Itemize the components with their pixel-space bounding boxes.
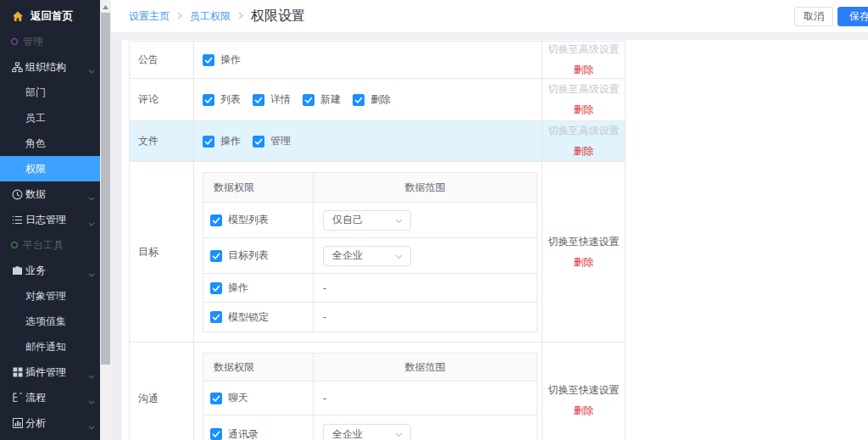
checkbox-checked-icon[interactable] bbox=[303, 94, 314, 106]
sidebar-item-label: 数据 bbox=[25, 187, 46, 202]
checkbox-label: 管理 bbox=[270, 134, 291, 148]
sidebar-item-employee[interactable]: 员工 bbox=[0, 105, 100, 131]
delete-link[interactable]: 删除 bbox=[574, 144, 594, 159]
permission-checkbox-item[interactable]: 列表 bbox=[203, 92, 241, 107]
table-row-communication: 沟通 数据权限 数据范围 聊天 bbox=[130, 343, 625, 440]
sidebar-item-platform-tools[interactable]: 平台工具 bbox=[0, 232, 100, 258]
permission-checkbox-item[interactable]: 详情 bbox=[253, 92, 291, 107]
checkbox-label: 详情 bbox=[270, 92, 291, 107]
select-value: 全企业 bbox=[332, 427, 363, 440]
switch-quick-link[interactable]: 切换至快速设置 bbox=[548, 235, 620, 249]
chevron-down-icon bbox=[395, 428, 403, 440]
permission-checkbox-item[interactable]: 删除 bbox=[353, 92, 391, 107]
breadcrumb-separator-icon bbox=[177, 10, 182, 22]
scope-select[interactable]: 全企业 bbox=[323, 246, 411, 266]
checkbox-checked-icon[interactable] bbox=[253, 136, 264, 148]
checkbox-label: 操作 bbox=[220, 53, 241, 67]
permission-checkbox-item[interactable]: 操作 bbox=[210, 281, 248, 295]
delete-link[interactable]: 删除 bbox=[574, 103, 594, 117]
permission-checkbox-item[interactable]: 通讯录 bbox=[210, 427, 259, 440]
scope-select[interactable]: 全企业 bbox=[323, 424, 411, 440]
permission-checkbox-item[interactable]: 管理 bbox=[253, 134, 291, 148]
scope-select[interactable]: 仅自己 bbox=[323, 210, 411, 231]
cancel-button[interactable]: 取消 bbox=[794, 7, 833, 26]
sidebar-item-email-notification[interactable]: 邮件通知 bbox=[0, 334, 100, 359]
briefcase-icon bbox=[11, 265, 24, 277]
table-row-file: 文件 操作 管理 切换至高级设置 删除 bbox=[130, 121, 625, 162]
delete-link[interactable]: 删除 bbox=[574, 255, 594, 270]
sidebar-item-process[interactable]: 流程 bbox=[0, 385, 100, 410]
sidebar-item-back-home[interactable]: 返回首页 bbox=[0, 3, 100, 29]
bar-chart-icon bbox=[11, 417, 24, 430]
sidebar-item-label: 选项值集 bbox=[25, 315, 66, 329]
sidebar-item-business[interactable]: 业务 bbox=[0, 258, 100, 283]
sidebar-item-manage[interactable]: 管理 bbox=[0, 29, 100, 54]
sidebar-item-label: 日志管理 bbox=[25, 213, 66, 227]
chevron-down-icon bbox=[88, 64, 95, 76]
breadcrumb: 设置主页 员工权限 权限设置 bbox=[129, 8, 305, 25]
checkbox-checked-icon[interactable] bbox=[210, 282, 222, 294]
permission-checkbox-item[interactable]: 新建 bbox=[303, 92, 341, 107]
chevron-down-icon bbox=[88, 268, 95, 280]
delete-link[interactable]: 删除 bbox=[574, 63, 594, 77]
permission-checkbox-item[interactable]: 操作 bbox=[203, 134, 241, 148]
scope-empty-value: - bbox=[314, 274, 537, 302]
sidebar-item-department[interactable]: 部门 bbox=[0, 80, 100, 105]
sidebar-item-object-management[interactable]: 对象管理 bbox=[0, 283, 100, 309]
switch-advanced-link[interactable]: 切换至高级设置 bbox=[548, 42, 620, 57]
sidebar: 返回首页 管理 组织结构 部门 员工 角色 权限 数据 bbox=[0, 0, 100, 440]
scrollbar-thumb[interactable] bbox=[101, 13, 110, 365]
sidebar-item-label: 角色 bbox=[25, 136, 46, 151]
permission-checkbox-item[interactable]: 聊天 bbox=[210, 391, 248, 405]
row-category: 公告 bbox=[130, 42, 194, 78]
sidebar-item-log-management[interactable]: 日志管理 bbox=[0, 207, 100, 232]
checkbox-checked-icon[interactable] bbox=[210, 250, 222, 262]
page-title: 权限设置 bbox=[251, 8, 305, 25]
permission-checkbox-item[interactable]: 模型列表 bbox=[210, 213, 269, 227]
sidebar-scrollbar[interactable] bbox=[100, 0, 111, 440]
sidebar-item-analysis[interactable]: 分析 bbox=[0, 410, 100, 436]
checkbox-checked-icon[interactable] bbox=[210, 214, 222, 226]
sidebar-item-option-value-set[interactable]: 选项值集 bbox=[0, 309, 100, 334]
delete-link[interactable]: 删除 bbox=[574, 404, 594, 418]
switch-advanced-link[interactable]: 切换至高级设置 bbox=[548, 82, 620, 97]
checkbox-label: 目标列表 bbox=[228, 248, 269, 263]
checkbox-checked-icon[interactable] bbox=[203, 136, 214, 148]
sidebar-item-permission-active[interactable]: 权限 bbox=[0, 156, 100, 181]
scrollbar-up-arrow[interactable] bbox=[100, 2, 111, 12]
checkbox-label: 操作 bbox=[220, 134, 241, 148]
save-button[interactable]: 保存 bbox=[837, 7, 868, 26]
chevron-down-icon bbox=[395, 250, 403, 262]
sidebar-item-role[interactable]: 角色 bbox=[0, 131, 100, 156]
checkbox-checked-icon[interactable] bbox=[203, 54, 214, 66]
org-structure-icon bbox=[11, 61, 24, 74]
data-row-chat: 聊天 - bbox=[203, 382, 537, 415]
checkbox-checked-icon[interactable] bbox=[203, 94, 214, 106]
sidebar-item-label: 流程 bbox=[25, 391, 46, 405]
checkbox-checked-icon[interactable] bbox=[353, 94, 364, 106]
breadcrumb-settings-home[interactable]: 设置主页 bbox=[129, 9, 170, 24]
switch-advanced-link[interactable]: 切换至高级设置 bbox=[548, 124, 620, 138]
permission-table: 公告 操作 切换至高级设置 删除 评论 bbox=[129, 41, 626, 440]
checkbox-checked-icon[interactable] bbox=[253, 94, 264, 106]
breadcrumb-separator-icon bbox=[238, 10, 243, 22]
sidebar-item-org-structure[interactable]: 组织结构 bbox=[0, 54, 100, 80]
select-value: 仅自己 bbox=[332, 213, 363, 227]
top-bar: 设置主页 员工权限 权限设置 取消 保存 bbox=[111, 0, 868, 32]
column-header-data-permission: 数据权限 bbox=[203, 354, 314, 381]
switch-quick-link[interactable]: 切换至快速设置 bbox=[548, 383, 620, 398]
sidebar-item-label: 对象管理 bbox=[25, 289, 66, 304]
permission-checkbox-item[interactable]: 目标列表 bbox=[210, 248, 269, 263]
home-icon bbox=[11, 10, 24, 23]
sidebar-item-label: 业务 bbox=[25, 264, 46, 278]
breadcrumb-employee-permission[interactable]: 员工权限 bbox=[190, 9, 231, 24]
checkbox-checked-icon[interactable] bbox=[210, 311, 222, 323]
permission-checkbox-item[interactable]: 操作 bbox=[203, 53, 241, 67]
sidebar-item-plugin-management[interactable]: 插件管理 bbox=[0, 359, 100, 385]
checkbox-checked-icon[interactable] bbox=[210, 393, 222, 404]
select-value: 全企业 bbox=[332, 248, 363, 263]
data-row-contacts: 通讯录 全企业 bbox=[203, 415, 537, 440]
sidebar-item-data[interactable]: 数据 bbox=[0, 181, 100, 207]
checkbox-checked-icon[interactable] bbox=[210, 428, 222, 440]
permission-checkbox-item[interactable]: 模型锁定 bbox=[210, 310, 269, 325]
